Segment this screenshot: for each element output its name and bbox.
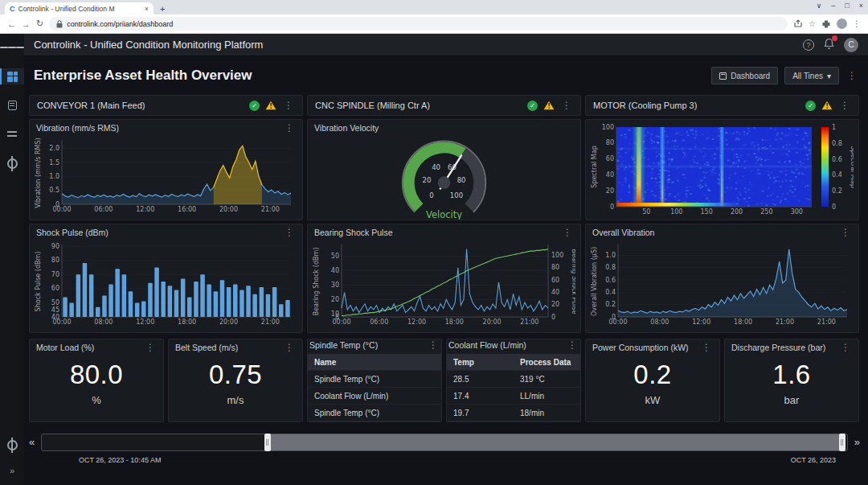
svg-text:21:00: 21:00 [776, 319, 794, 326]
table-header-row: Name [308, 354, 441, 371]
svg-text:18:00: 18:00 [178, 319, 196, 326]
panel-menu-icon[interactable]: ⋮ [144, 343, 157, 352]
svg-text:Shock Pulse (dBm): Shock Pulse (dBm) [35, 252, 42, 312]
status-ok-icon: ✓ [805, 101, 816, 111]
timeline-footer: « » OCT 26, 2023 - 10:45 AM OCT 26, 2023 [24, 422, 868, 485]
table-row: Spindle Temp (°C) [308, 405, 441, 421]
sidebar-item-settings[interactable] [0, 155, 24, 171]
panel-menu-icon[interactable]: ⋮ [282, 101, 295, 110]
svg-text:08:00: 08:00 [650, 319, 669, 326]
svg-text:21:00: 21:00 [817, 319, 836, 326]
panel-menu-icon[interactable]: ⋮ [839, 228, 852, 237]
spectral-map-heatmap: 02040608010050100150200250300Spectral Ma… [591, 122, 854, 219]
svg-text:0.2: 0.2 [605, 301, 616, 308]
svg-text:Spectral Map: Spectral Map [591, 146, 598, 187]
window-minimize-icon[interactable]: – [831, 2, 835, 10]
timeline-handle-start[interactable] [264, 434, 271, 451]
bookmark-star-icon[interactable]: ☆ [809, 19, 816, 28]
timeline-next-button[interactable]: » [854, 434, 860, 451]
svg-text:12:00: 12:00 [692, 319, 710, 326]
url-text: controlink.com/priiank/dashboard [67, 20, 173, 28]
chart-panel-bearing-shock: Bearing Shock Pulse⋮ 8102030405000:0006:… [307, 224, 581, 333]
dashboard-button[interactable]: Dashboard [711, 67, 778, 84]
browser-tab[interactable]: C Controlink - Unified Condition M × [5, 2, 154, 14]
panel-menu-icon[interactable]: ⋮ [560, 101, 573, 110]
hamburger-menu-icon[interactable] [0, 39, 24, 55]
panel-menu-icon[interactable]: ⋮ [427, 340, 440, 350]
window-maximize-icon[interactable]: □ [845, 2, 849, 10]
window-close-icon[interactable]: × [859, 2, 863, 10]
stat-value: 80.0 [30, 360, 163, 390]
svg-text:60: 60 [51, 285, 59, 292]
stat-title: Power Consumption (kW) [592, 343, 689, 352]
svg-text:40: 40 [551, 289, 559, 296]
svg-text:45: 45 [51, 306, 59, 314]
gear-icon [7, 440, 18, 450]
window-menu-icon[interactable]: ∨ [817, 2, 822, 10]
timeline-prev-button[interactable]: « [29, 434, 35, 451]
svg-text:0.4: 0.4 [832, 171, 842, 179]
svg-text:21:00: 21:00 [261, 206, 280, 213]
table-row: 17.4LL/min [447, 388, 580, 405]
svg-text:12:00: 12:00 [136, 206, 154, 213]
table-title: Coolant Flow (L/min) [448, 340, 526, 350]
back-icon[interactable]: ← [7, 19, 16, 29]
svg-text:20:00: 20:00 [219, 206, 238, 213]
share-icon[interactable] [793, 19, 803, 28]
svg-text:20: 20 [551, 301, 559, 308]
svg-text:0.6: 0.6 [832, 156, 842, 163]
sidebar-item-documents[interactable] [0, 97, 24, 113]
user-avatar[interactable]: C [844, 38, 858, 52]
svg-text:00:00: 00:00 [332, 319, 350, 326]
sidebar-item-admin[interactable] [0, 437, 24, 453]
notifications-button[interactable] [824, 38, 834, 52]
table-row: Coolant Flow (L/min) [308, 388, 441, 405]
status-ok-icon: ✓ [527, 101, 538, 111]
panel-menu-icon[interactable]: ⋮ [283, 343, 296, 352]
browser-profile-avatar[interactable] [837, 18, 847, 29]
stat-unit: m/s [169, 394, 302, 406]
svg-text:90: 90 [51, 243, 59, 250]
time-range-dropdown[interactable]: All Tines ▾ [784, 67, 839, 84]
timeline-handle-end[interactable] [839, 434, 845, 451]
svg-text:60: 60 [551, 277, 559, 284]
svg-text:20: 20 [606, 187, 614, 195]
asset-panel-motor: MOTOR (Cooling Pump 3) ✓ ! ⋮ [585, 95, 859, 116]
sidebar-item-alerts[interactable] [0, 126, 24, 142]
reload-icon[interactable]: ↻ [36, 18, 43, 29]
svg-text:30: 30 [331, 282, 339, 289]
tab-close-icon[interactable]: × [145, 5, 149, 13]
svg-text:50: 50 [642, 208, 650, 216]
forward-icon[interactable]: → [22, 19, 31, 29]
address-bar[interactable]: controlink.com/priiank/dashboard [49, 17, 788, 31]
sidebar-expand-button[interactable]: » [0, 462, 24, 479]
browser-menu-icon[interactable]: ⋮ [853, 19, 861, 28]
table-row: Spindle Temp (°C) [308, 371, 441, 388]
panel-menu-icon[interactable]: ⋮ [566, 340, 579, 350]
timeline-scrubber[interactable] [41, 434, 848, 451]
tab-title: Controlink - Unified Condition M [18, 5, 141, 13]
stat-panel-power-consumption: Power Consumption (kW)⋮ 0.2 kW [585, 339, 720, 422]
svg-text:70: 70 [51, 271, 59, 278]
table-title: Spindle Temp (°C) [309, 340, 378, 350]
panel-menu-icon[interactable]: ⋮ [700, 343, 713, 352]
page-menu-icon[interactable]: ⋮ [845, 71, 858, 80]
timeline-end-label: OCT 26, 2023 [791, 456, 836, 464]
svg-text:0: 0 [832, 203, 836, 211]
panel-menu-icon[interactable]: ⋮ [838, 101, 851, 110]
chart-panel-vibration-velocity: Vibration Velocity 020406080100Velocity [307, 119, 581, 220]
svg-text:12:00: 12:00 [407, 319, 426, 326]
new-tab-button[interactable]: + [160, 4, 165, 14]
timeline-selection[interactable] [268, 434, 842, 450]
extensions-puzzle-icon[interactable] [821, 19, 831, 29]
svg-text:100: 100 [551, 252, 563, 259]
panel-menu-icon[interactable]: ⋮ [839, 343, 852, 352]
panel-menu-icon[interactable]: ⋮ [283, 123, 296, 133]
help-icon[interactable]: ? [803, 39, 814, 51]
svg-text:Spectral Map: Spectral Map [850, 146, 854, 187]
panel-menu-icon[interactable]: ⋮ [283, 228, 296, 237]
svg-text:100: 100 [602, 124, 614, 131]
sidebar-item-dashboards[interactable] [0, 68, 24, 84]
document-icon [8, 101, 17, 110]
panel-menu-icon[interactable]: ⋮ [561, 228, 574, 237]
